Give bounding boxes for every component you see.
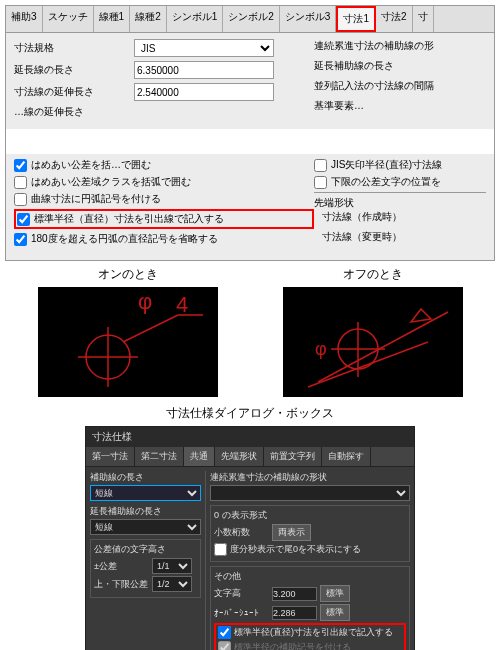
hl-radius-leader-label: 標準半径(直径)寸法を引出線で記入する bbox=[234, 626, 393, 639]
char-h-input[interactable] bbox=[272, 587, 317, 601]
dms-check[interactable] bbox=[214, 543, 227, 556]
dim-line-create: 寸法線（作成時） bbox=[322, 210, 486, 224]
check-fit-tol-label: はめあい公差を括…で囲む bbox=[31, 158, 151, 172]
dim-ext-label: 寸法線の延伸長さ bbox=[14, 85, 134, 99]
check-fit-class[interactable] bbox=[14, 176, 27, 189]
right-label-3: 並列記入法の寸法線の間隔 bbox=[314, 79, 486, 93]
form-right: 連続累進寸法の補助線の形 延長補助線の長さ 並列記入法の寸法線の間隔 基準要素… bbox=[314, 39, 486, 123]
bd-tab-bar: 第一寸法 第二寸法 共通 先端形状 前置文字列 自動探す bbox=[86, 447, 414, 467]
preview-section: オンのとき φ 4 オフのとき bbox=[5, 266, 495, 397]
tab-dimension1[interactable]: 寸法1 bbox=[336, 6, 376, 32]
wave-divider bbox=[6, 129, 494, 154]
svg-text:4: 4 bbox=[176, 292, 188, 317]
tab-sketch[interactable]: スケッチ bbox=[43, 6, 94, 32]
tol-height-label: 公差値の文字高さ bbox=[94, 543, 197, 556]
aux-len-select[interactable]: 短線 bbox=[90, 485, 201, 501]
form-area: 寸法規格 JIS 延長線の長さ 寸法線の延伸長さ …線の延伸長さ 連続累進寸法の… bbox=[6, 33, 494, 129]
tab-dim-partial[interactable]: 寸 bbox=[413, 6, 434, 32]
check-180-omit[interactable] bbox=[14, 233, 27, 246]
ext-len-label: 延長線の長さ bbox=[14, 63, 134, 77]
decimals-btn[interactable]: 両表示 bbox=[272, 524, 311, 541]
check-jis-arrow[interactable] bbox=[314, 159, 327, 172]
bd-tab-common[interactable]: 共通 bbox=[184, 447, 215, 466]
tab-hojo3[interactable]: 補助3 bbox=[6, 6, 43, 32]
dim-aux-check bbox=[218, 641, 231, 650]
checkbox-left: はめあい公差を括…で囲む はめあい公差域クラスを括弧で囲む 曲線寸法に円弧記号を… bbox=[14, 158, 314, 250]
chain-select[interactable] bbox=[210, 485, 410, 501]
form-left: 寸法規格 JIS 延長線の長さ 寸法線の延伸長さ …線の延伸長さ bbox=[14, 39, 314, 123]
preview-off-image: φ bbox=[283, 287, 463, 397]
char-h-label: 文字高 bbox=[214, 587, 269, 600]
tab-dimension2[interactable]: 寸法2 bbox=[376, 6, 413, 32]
dms-check-label: 度分秒表示で尾0を不表示にする bbox=[230, 543, 361, 556]
tab-line1[interactable]: 線種1 bbox=[94, 6, 131, 32]
tab-bar: 補助3 スケッチ 線種1 線種2 シンボル1 シンボル2 シンボル3 寸法1 寸… bbox=[6, 6, 494, 33]
tab-symbol3[interactable]: シンボル3 bbox=[280, 6, 337, 32]
svg-marker-12 bbox=[411, 309, 431, 322]
overshoot-btn[interactable]: 標準 bbox=[320, 604, 350, 621]
check-lower-tol-label: 下限の公差文字の位置を bbox=[331, 175, 441, 189]
svg-line-3 bbox=[123, 315, 178, 342]
right-label-1: 連続累進寸法の補助線の形 bbox=[314, 39, 486, 53]
check-radius-leader-label: 標準半径（直径）寸法を引出線で記入する bbox=[34, 212, 224, 226]
ext-len-input[interactable] bbox=[134, 61, 274, 79]
char-h-btn[interactable]: 標準 bbox=[320, 585, 350, 602]
ext-aux-select[interactable]: 短線 bbox=[90, 519, 201, 535]
dim-standard-label: 寸法規格 bbox=[14, 41, 134, 55]
check-arc-symbol-label: 曲線寸法に円弧記号を付ける bbox=[31, 192, 161, 206]
tip-shape-group: 先端形状 bbox=[314, 192, 486, 210]
bd-tab-auto[interactable]: 自動探す bbox=[322, 447, 371, 466]
dim-standard-select[interactable]: JIS bbox=[134, 39, 274, 57]
check-jis-arrow-label: JIS矢印半径(直径)寸法線 bbox=[331, 158, 442, 172]
ext-aux-label: 延長補助線の長さ bbox=[90, 505, 201, 518]
check-fit-class-label: はめあい公差域クラスを括弧で囲む bbox=[31, 175, 191, 189]
aux-len-label: 補助線の長さ bbox=[90, 471, 201, 484]
partial-label: …線の延伸長さ bbox=[14, 105, 134, 119]
checkbox-area: はめあい公差を括…で囲む はめあい公差域クラスを括弧で囲む 曲線寸法に円弧記号を… bbox=[6, 154, 494, 260]
pm-tol-label: ±公差 bbox=[94, 560, 149, 573]
top-options-dialog: 補助3 スケッチ 線種1 線種2 シンボル1 シンボル2 シンボル3 寸法1 寸… bbox=[5, 5, 495, 261]
pm-tol-select[interactable]: 1/1 bbox=[152, 558, 192, 574]
check-radius-leader[interactable] bbox=[17, 213, 30, 226]
right-label-4: 基準要素… bbox=[314, 99, 486, 113]
zero-group-title: 0 の表示形式 bbox=[214, 509, 406, 522]
bd-left-column: 補助線の長さ 短線 延長補助線の長さ 短線 公差値の文字高さ ±公差 1/1 上… bbox=[90, 471, 205, 650]
bd-tab-tip[interactable]: 先端形状 bbox=[215, 447, 264, 466]
decimals-label: 小数桁数 bbox=[214, 526, 269, 539]
dimension-spec-dialog: 寸法仕様 第一寸法 第二寸法 共通 先端形状 前置文字列 自動探す 補助線の長さ… bbox=[85, 426, 415, 650]
tab-symbol1[interactable]: シンボル1 bbox=[167, 6, 224, 32]
svg-text:φ: φ bbox=[315, 339, 327, 359]
ul-tol-label: 上・下限公差 bbox=[94, 578, 149, 591]
bd-tab-second[interactable]: 第二寸法 bbox=[135, 447, 184, 466]
chain-label: 連続累進寸法の補助線の形状 bbox=[210, 471, 410, 484]
dim-ext-input[interactable] bbox=[134, 83, 274, 101]
bottom-caption: 寸法仕様ダイアログ・ボックス bbox=[0, 405, 500, 422]
dim-line-modify: 寸法線（変更時） bbox=[322, 230, 486, 244]
check-180-omit-label: 180度を超える円弧の直径記号を省略する bbox=[31, 232, 218, 246]
svg-text:φ: φ bbox=[138, 289, 152, 314]
bd-tab-prefix[interactable]: 前置文字列 bbox=[264, 447, 322, 466]
right-label-2: 延長補助線の長さ bbox=[314, 59, 486, 73]
preview-on-title: オンのとき bbox=[38, 266, 218, 283]
dim-aux-label: 標準半径の補助記号を付ける bbox=[234, 641, 351, 650]
check-arc-symbol[interactable] bbox=[14, 193, 27, 206]
tab-line2[interactable]: 線種2 bbox=[130, 6, 167, 32]
bd-right-column: 連続累進寸法の補助線の形状 0 の表示形式 小数桁数 両表示 度分秒表示で尾0を… bbox=[205, 471, 410, 650]
hl-radius-leader-check[interactable] bbox=[218, 626, 231, 639]
checkbox-right: JIS矢印半径(直径)寸法線 下限の公差文字の位置を 先端形状 寸法線（作成時）… bbox=[314, 158, 486, 250]
other-group-title: その他 bbox=[214, 570, 406, 583]
preview-on-image: φ 4 bbox=[38, 287, 218, 397]
bd-body: 補助線の長さ 短線 延長補助線の長さ 短線 公差値の文字高さ ±公差 1/1 上… bbox=[86, 467, 414, 650]
ul-tol-select[interactable]: 1/2 bbox=[152, 576, 192, 592]
overshoot-label: ｵｰﾊﾞｰｼｭｰﾄ bbox=[214, 608, 269, 618]
bd-tab-first[interactable]: 第一寸法 bbox=[86, 447, 135, 466]
overshoot-input[interactable] bbox=[272, 606, 317, 620]
preview-off-title: オフのとき bbox=[283, 266, 463, 283]
check-fit-tol[interactable] bbox=[14, 159, 27, 172]
dialog-title: 寸法仕様 bbox=[86, 427, 414, 447]
tab-symbol2[interactable]: シンボル2 bbox=[223, 6, 280, 32]
check-lower-tol[interactable] bbox=[314, 176, 327, 189]
